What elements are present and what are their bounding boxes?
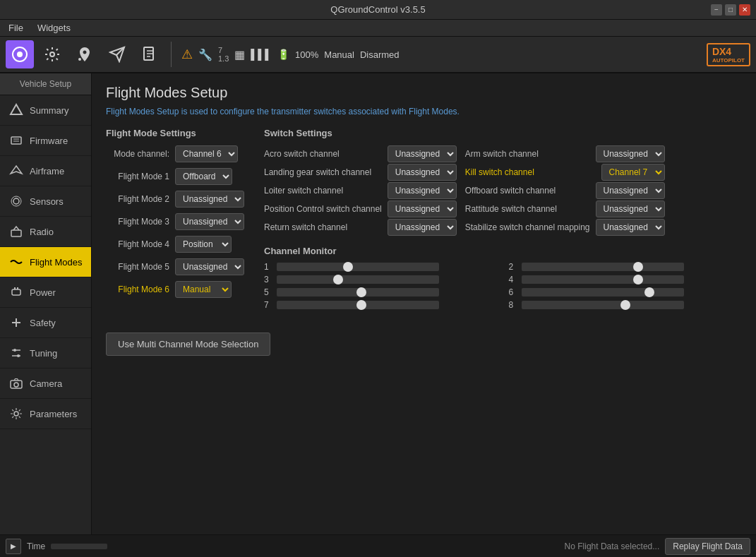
- flight-mode-5-select[interactable]: Unassigned: [175, 258, 244, 275]
- channel-2-label: 2: [509, 262, 517, 272]
- stabilize-switch-label: Stabilize switch channel mapping: [465, 222, 590, 232]
- sidebar-item-power[interactable]: Power: [0, 277, 91, 308]
- acro-switch-select[interactable]: Unassigned: [388, 145, 457, 162]
- toolbar-send-icon[interactable]: [103, 40, 131, 68]
- wrench-icon[interactable]: 🔧: [198, 48, 212, 61]
- sidebar-item-sensors[interactable]: Sensors: [0, 186, 91, 217]
- arm-switch-label: Arm switch channel: [465, 149, 590, 159]
- sidebar-item-summary[interactable]: Summary: [0, 95, 91, 126]
- sidebar-item-camera[interactable]: Camera: [0, 369, 91, 399]
- arm-switch-select[interactable]: Unassigned: [596, 145, 665, 162]
- sidebar-label-radio: Radio: [30, 227, 54, 237]
- svg-point-9: [13, 198, 19, 204]
- sidebar-item-radio[interactable]: Radio: [0, 217, 91, 247]
- channel-1-label: 1: [264, 262, 272, 272]
- position-control-switch-label: Position Control switch channel: [264, 204, 382, 214]
- tuning-icon: [8, 345, 24, 361]
- svg-point-22: [14, 383, 18, 387]
- svg-point-2: [50, 52, 54, 56]
- replay-button[interactable]: Replay Flight Data: [665, 538, 750, 555]
- menu-widgets[interactable]: Widgets: [35, 21, 73, 35]
- flight-mode-3-row: Flight Mode 3 Unassigned: [106, 213, 247, 230]
- channel-4-knob: [633, 275, 643, 285]
- no-flight-text: No Flight Data selected...: [565, 541, 660, 551]
- radio-icon: [8, 224, 24, 239]
- return-switch-select[interactable]: Unassigned: [388, 219, 457, 236]
- title-bar: QGroundControl v3.5.5 − □ ✕: [0, 0, 756, 20]
- channel-2-knob: [633, 262, 643, 272]
- channel-5-label: 5: [264, 287, 272, 297]
- switch-right-column: Arm switch channel Unassigned Kill switc…: [465, 145, 665, 237]
- landing-gear-switch-select[interactable]: Unassigned: [388, 164, 457, 181]
- mode-channel-select[interactable]: Channel 6: [175, 145, 238, 162]
- sidebar-item-firmware[interactable]: Firmware: [0, 126, 91, 156]
- channel-6-label: 6: [509, 287, 517, 297]
- minimize-button[interactable]: −: [711, 4, 722, 16]
- sidebar-item-parameters[interactable]: Parameters: [0, 399, 91, 429]
- channel-5-row: 5: [264, 287, 498, 297]
- channel-monitor-title: Channel Monitor: [264, 246, 742, 256]
- svg-point-18: [13, 349, 16, 352]
- landing-gear-switch-row: Landing gear switch channel Unassigned: [264, 164, 457, 181]
- close-button[interactable]: ✕: [739, 4, 750, 16]
- channel-7-knob: [356, 300, 366, 310]
- safety-icon: [8, 315, 24, 330]
- channel-5-knob: [356, 287, 366, 297]
- multi-channel-button[interactable]: Use Multi Channel Mode Selection: [106, 333, 270, 356]
- svg-rect-6: [11, 137, 21, 144]
- flight-mode-4-select[interactable]: Position: [175, 236, 232, 253]
- rattitude-switch-select[interactable]: Unassigned: [596, 200, 665, 217]
- play-button[interactable]: ▶: [6, 539, 21, 554]
- position-control-switch-select[interactable]: Unassigned: [388, 200, 457, 217]
- maximize-button[interactable]: □: [725, 4, 736, 16]
- flight-mode-3-select[interactable]: Unassigned: [175, 213, 244, 230]
- sidebar-label-sensors: Sensors: [30, 196, 64, 207]
- channel-5-bar: [277, 288, 439, 297]
- loiter-switch-select[interactable]: Unassigned: [388, 182, 457, 199]
- stabilize-switch-select[interactable]: Unassigned: [596, 219, 665, 236]
- menu-bar: File Widgets: [0, 20, 756, 37]
- summary-icon: [8, 102, 24, 118]
- svg-rect-14: [17, 287, 18, 289]
- flight-mode-1-select[interactable]: Offboard: [175, 168, 232, 185]
- toolbar-waypoint-icon[interactable]: [71, 40, 99, 68]
- toolbar-settings-icon[interactable]: [38, 40, 66, 68]
- svg-marker-5: [11, 104, 22, 114]
- sidebar-item-tuning[interactable]: Tuning: [0, 338, 91, 369]
- sidebar-item-flight-modes[interactable]: Flight Modes: [0, 247, 91, 277]
- brand-logo: DX4 AUTOPILOT: [707, 43, 750, 66]
- grid-icon: ▦: [234, 48, 245, 61]
- flight-mode-6-label: Flight Mode 6: [106, 285, 169, 294]
- warning-icon[interactable]: ⚠: [181, 47, 193, 62]
- kill-switch-label: Kill switch channel: [465, 167, 596, 177]
- app-title: QGroundControl v3.5.5: [330, 4, 425, 15]
- parameters-icon: [8, 406, 24, 421]
- loiter-switch-label: Loiter switch channel: [264, 186, 382, 196]
- flight-mode-4-label: Flight Mode 4: [106, 239, 169, 249]
- flight-mode-1-row: Flight Mode 1 Offboard: [106, 168, 247, 185]
- page-title: Flight Modes Setup: [106, 85, 742, 101]
- landing-gear-switch-label: Landing gear switch channel: [264, 167, 382, 177]
- channel-3-row: 3: [264, 275, 498, 285]
- switch-settings-title: Switch Settings: [264, 128, 742, 138]
- channel-8-label: 8: [509, 300, 517, 310]
- menu-file[interactable]: File: [6, 21, 26, 35]
- channel-7-row: 7: [264, 300, 498, 310]
- power-icon: [8, 285, 24, 300]
- sidebar-item-safety[interactable]: Safety: [0, 308, 91, 338]
- armed-value: Disarmed: [360, 49, 400, 60]
- offboard-switch-select[interactable]: Unassigned: [596, 182, 665, 199]
- sensors-icon: [8, 193, 24, 209]
- kill-switch-select[interactable]: Channel 7: [601, 164, 665, 181]
- channel-1-bar: [277, 263, 439, 271]
- flight-mode-2-row: Flight Mode 2 Unassigned: [106, 191, 247, 208]
- switch-left-column: Acro switch channel Unassigned Landing g…: [264, 145, 457, 237]
- loiter-switch-row: Loiter switch channel Unassigned: [264, 182, 457, 199]
- toolbar-vehicle-icon[interactable]: [6, 40, 34, 68]
- flight-mode-6-select[interactable]: Manual: [175, 281, 232, 298]
- main-layout: Vehicle Setup Summary Firmware: [0, 73, 756, 534]
- sidebar-item-airframe[interactable]: Airframe: [0, 156, 91, 186]
- toolbar-doc-icon[interactable]: [136, 40, 164, 68]
- return-switch-label: Return switch channel: [264, 222, 382, 232]
- flight-mode-2-select[interactable]: Unassigned: [175, 191, 244, 208]
